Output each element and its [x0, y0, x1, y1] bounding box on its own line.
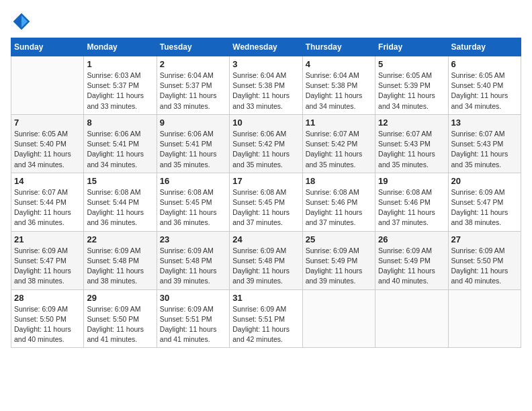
day-number: 31 — [232, 293, 299, 303]
day-cell: 19Sunrise: 6:08 AM Sunset: 5:46 PM Dayli… — [375, 173, 448, 231]
day-cell: 8Sunrise: 6:06 AM Sunset: 5:41 PM Daylig… — [84, 114, 157, 173]
day-number: 26 — [378, 234, 445, 244]
week-row-5: 28Sunrise: 6:09 AM Sunset: 5:50 PM Dayli… — [11, 289, 521, 348]
day-number: 13 — [451, 118, 518, 128]
day-info: Sunrise: 6:05 AM Sunset: 5:40 PM Dayligh… — [451, 71, 518, 111]
week-row-1: 1Sunrise: 6:03 AM Sunset: 5:37 PM Daylig… — [11, 56, 521, 115]
day-info: Sunrise: 6:07 AM Sunset: 5:42 PM Dayligh… — [306, 129, 372, 170]
day-info: Sunrise: 6:09 AM Sunset: 5:51 PM Dayligh… — [232, 304, 299, 345]
day-number: 3 — [232, 59, 299, 69]
day-cell — [375, 289, 448, 348]
day-number: 2 — [160, 59, 226, 69]
day-number: 23 — [160, 234, 226, 244]
week-row-2: 7Sunrise: 6:05 AM Sunset: 5:40 PM Daylig… — [11, 114, 521, 173]
day-cell: 7Sunrise: 6:05 AM Sunset: 5:40 PM Daylig… — [11, 114, 84, 173]
logo-icon — [11, 11, 32, 32]
day-info: Sunrise: 6:09 AM Sunset: 5:47 PM Dayligh… — [14, 246, 81, 287]
day-number: 22 — [87, 234, 153, 244]
day-number: 12 — [378, 118, 445, 128]
day-info: Sunrise: 6:05 AM Sunset: 5:39 PM Dayligh… — [378, 71, 445, 111]
week-row-3: 14Sunrise: 6:07 AM Sunset: 5:44 PM Dayli… — [11, 173, 521, 231]
day-cell: 24Sunrise: 6:09 AM Sunset: 5:48 PM Dayli… — [230, 231, 302, 289]
day-number: 20 — [451, 176, 518, 186]
day-cell: 27Sunrise: 6:09 AM Sunset: 5:50 PM Dayli… — [448, 231, 521, 289]
day-cell: 15Sunrise: 6:08 AM Sunset: 5:44 PM Dayli… — [84, 173, 157, 231]
day-cell: 6Sunrise: 6:05 AM Sunset: 5:40 PM Daylig… — [448, 56, 521, 115]
day-cell: 12Sunrise: 6:07 AM Sunset: 5:43 PM Dayli… — [375, 114, 448, 173]
day-cell: 29Sunrise: 6:09 AM Sunset: 5:50 PM Dayli… — [84, 289, 157, 348]
day-info: Sunrise: 6:06 AM Sunset: 5:41 PM Dayligh… — [160, 129, 226, 170]
day-cell: 2Sunrise: 6:04 AM Sunset: 5:37 PM Daylig… — [157, 56, 229, 115]
day-cell: 30Sunrise: 6:09 AM Sunset: 5:51 PM Dayli… — [157, 289, 229, 348]
day-info: Sunrise: 6:03 AM Sunset: 5:37 PM Dayligh… — [87, 71, 153, 111]
day-number: 10 — [232, 118, 299, 128]
day-number: 21 — [14, 234, 81, 244]
day-info: Sunrise: 6:06 AM Sunset: 5:41 PM Dayligh… — [87, 129, 153, 170]
day-info: Sunrise: 6:09 AM Sunset: 5:50 PM Dayligh… — [87, 304, 153, 345]
day-number: 29 — [87, 293, 153, 303]
calendar-table: SundayMondayTuesdayWednesdayThursdayFrid… — [11, 38, 521, 348]
day-info: Sunrise: 6:07 AM Sunset: 5:43 PM Dayligh… — [451, 129, 518, 170]
day-cell: 17Sunrise: 6:08 AM Sunset: 5:45 PM Dayli… — [230, 173, 302, 231]
header-cell-tuesday: Tuesday — [157, 38, 229, 56]
day-number: 24 — [232, 234, 299, 244]
day-info: Sunrise: 6:09 AM Sunset: 5:49 PM Dayligh… — [306, 246, 372, 287]
day-number: 28 — [14, 293, 81, 303]
day-info: Sunrise: 6:09 AM Sunset: 5:48 PM Dayligh… — [87, 246, 153, 287]
day-number: 15 — [87, 176, 153, 186]
day-number: 4 — [306, 59, 372, 69]
day-info: Sunrise: 6:04 AM Sunset: 5:38 PM Dayligh… — [232, 71, 299, 111]
day-cell: 25Sunrise: 6:09 AM Sunset: 5:49 PM Dayli… — [302, 231, 375, 289]
day-cell: 9Sunrise: 6:06 AM Sunset: 5:41 PM Daylig… — [157, 114, 229, 173]
day-info: Sunrise: 6:08 AM Sunset: 5:46 PM Dayligh… — [306, 187, 372, 228]
day-number: 19 — [378, 176, 445, 186]
logo — [11, 11, 35, 32]
header-cell-friday: Friday — [375, 38, 448, 56]
day-number: 18 — [306, 176, 372, 186]
day-number: 16 — [160, 176, 226, 186]
day-info: Sunrise: 6:08 AM Sunset: 5:45 PM Dayligh… — [232, 187, 299, 228]
day-cell: 26Sunrise: 6:09 AM Sunset: 5:49 PM Dayli… — [375, 231, 448, 289]
day-info: Sunrise: 6:09 AM Sunset: 5:50 PM Dayligh… — [451, 246, 518, 287]
page-header — [11, 11, 521, 32]
header-row: SundayMondayTuesdayWednesdayThursdayFrid… — [11, 38, 521, 56]
header-cell-saturday: Saturday — [448, 38, 521, 56]
day-cell: 31Sunrise: 6:09 AM Sunset: 5:51 PM Dayli… — [230, 289, 302, 348]
day-info: Sunrise: 6:07 AM Sunset: 5:43 PM Dayligh… — [378, 129, 445, 170]
day-cell: 5Sunrise: 6:05 AM Sunset: 5:39 PM Daylig… — [375, 56, 448, 115]
day-cell: 21Sunrise: 6:09 AM Sunset: 5:47 PM Dayli… — [11, 231, 84, 289]
day-cell: 23Sunrise: 6:09 AM Sunset: 5:48 PM Dayli… — [157, 231, 229, 289]
day-number: 17 — [232, 176, 299, 186]
day-info: Sunrise: 6:04 AM Sunset: 5:38 PM Dayligh… — [306, 71, 372, 111]
day-cell: 16Sunrise: 6:08 AM Sunset: 5:45 PM Dayli… — [157, 173, 229, 231]
day-info: Sunrise: 6:07 AM Sunset: 5:44 PM Dayligh… — [14, 187, 81, 228]
day-number: 25 — [306, 234, 372, 244]
day-cell: 10Sunrise: 6:06 AM Sunset: 5:42 PM Dayli… — [230, 114, 302, 173]
day-cell: 18Sunrise: 6:08 AM Sunset: 5:46 PM Dayli… — [302, 173, 375, 231]
day-cell: 28Sunrise: 6:09 AM Sunset: 5:50 PM Dayli… — [11, 289, 84, 348]
day-number: 6 — [451, 59, 518, 69]
day-number: 30 — [160, 293, 226, 303]
day-info: Sunrise: 6:06 AM Sunset: 5:42 PM Dayligh… — [232, 129, 299, 170]
day-number: 8 — [87, 118, 153, 128]
day-cell — [448, 289, 521, 348]
day-number: 14 — [14, 176, 81, 186]
day-cell: 22Sunrise: 6:09 AM Sunset: 5:48 PM Dayli… — [84, 231, 157, 289]
day-info: Sunrise: 6:04 AM Sunset: 5:37 PM Dayligh… — [160, 71, 226, 111]
day-info: Sunrise: 6:08 AM Sunset: 5:44 PM Dayligh… — [87, 187, 153, 228]
day-cell: 20Sunrise: 6:09 AM Sunset: 5:47 PM Dayli… — [448, 173, 521, 231]
day-info: Sunrise: 6:09 AM Sunset: 5:48 PM Dayligh… — [232, 246, 299, 287]
header-cell-monday: Monday — [84, 38, 157, 56]
day-number: 27 — [451, 234, 518, 244]
day-info: Sunrise: 6:08 AM Sunset: 5:45 PM Dayligh… — [160, 187, 226, 228]
header-cell-wednesday: Wednesday — [230, 38, 302, 56]
day-cell: 11Sunrise: 6:07 AM Sunset: 5:42 PM Dayli… — [302, 114, 375, 173]
day-info: Sunrise: 6:09 AM Sunset: 5:48 PM Dayligh… — [160, 246, 226, 287]
day-number: 9 — [160, 118, 226, 128]
header-cell-sunday: Sunday — [11, 38, 84, 56]
day-cell: 14Sunrise: 6:07 AM Sunset: 5:44 PM Dayli… — [11, 173, 84, 231]
week-row-4: 21Sunrise: 6:09 AM Sunset: 5:47 PM Dayli… — [11, 231, 521, 289]
day-info: Sunrise: 6:09 AM Sunset: 5:50 PM Dayligh… — [14, 304, 81, 345]
day-info: Sunrise: 6:05 AM Sunset: 5:40 PM Dayligh… — [14, 129, 81, 170]
day-number: 7 — [14, 118, 81, 128]
